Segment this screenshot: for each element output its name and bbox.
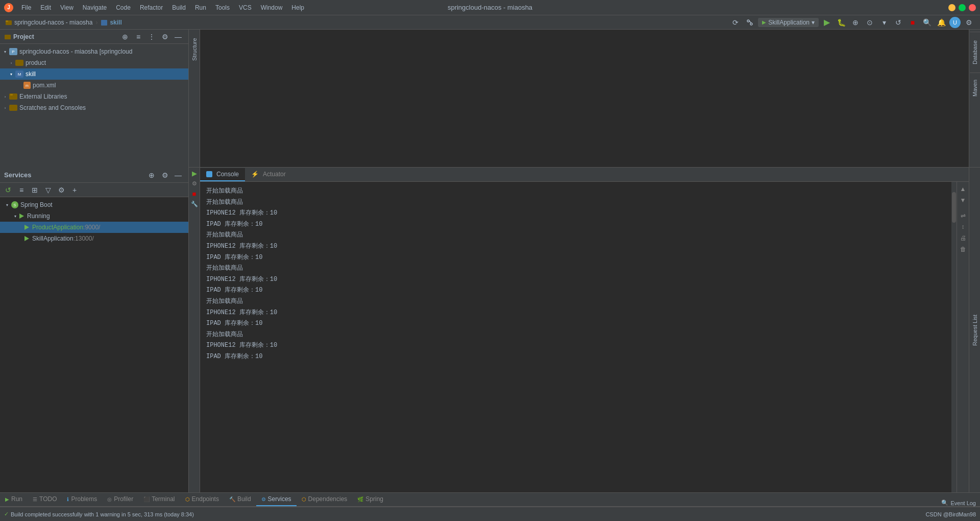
request-list-tab[interactable]: Request List (970, 168, 980, 492)
console-right-controls: ▲ ▼ ⇌ ↕ 🖨 🗑 (957, 182, 969, 492)
services-settings-btn[interactable]: ⚙ (159, 169, 171, 181)
console-scrollbar[interactable] (951, 182, 957, 492)
breadcrumb-project[interactable]: springcloud-nacos - miaosha (5, 19, 92, 26)
close-button[interactable] (969, 4, 976, 11)
database-tab[interactable]: Database (970, 32, 980, 73)
settings-button[interactable]: ⚙ (963, 16, 975, 29)
git-button[interactable] (744, 16, 756, 29)
bottom-tab-build[interactable]: 🔨 Build (224, 493, 256, 506)
breadcrumb-current[interactable]: skill (101, 19, 121, 26)
spring-boot-item[interactable]: ▾ S Spring Boot (0, 199, 188, 210)
project-tree: ▾ P springcloud-nacos - miaosha [springc… (0, 44, 188, 168)
scroll-up-btn[interactable]: ▲ (958, 184, 968, 194)
spring-boot-label: Spring Boot (20, 201, 53, 208)
menu-window[interactable]: Window (257, 3, 287, 12)
clear-console-btn[interactable]: 🗑 (958, 244, 968, 254)
wrap-text-btn[interactable]: ⇌ (958, 210, 968, 221)
bottom-tab-services[interactable]: ⚙ Services (256, 493, 297, 506)
services-refresh-btn[interactable]: ↺ (2, 184, 14, 196)
tree-extlibs-label: External Libraries (19, 93, 67, 100)
bottom-tab-profiler[interactable]: ◎ Profiler (102, 493, 138, 506)
menu-vcs[interactable]: VCS (235, 3, 256, 12)
bottom-tab-endpoints[interactable]: ⬡ Endpoints (180, 493, 224, 506)
window-title: springcloud-nacos - miaosha (448, 4, 532, 11)
svg-point-3 (747, 20, 749, 22)
menu-file[interactable]: File (17, 3, 35, 12)
services-config-btn[interactable]: ⚙ (55, 184, 67, 196)
debug-button[interactable]: 🐛 (835, 16, 847, 29)
run-button[interactable]: ▶ (821, 16, 833, 29)
run-service-btn[interactable]: ▶ (190, 169, 199, 178)
soft-wrap-btn[interactable]: ↕ (958, 222, 968, 232)
profile-button[interactable]: ⊙ (864, 16, 876, 29)
running-label: Running (27, 212, 50, 220)
console-line: IPAD 库存剩余：10 (206, 219, 945, 230)
project-expand[interactable]: ⋮ (145, 31, 158, 43)
menu-code[interactable]: Code (112, 3, 135, 12)
tree-pom-xml[interactable]: m pom.xml (0, 80, 188, 91)
services-header-actions: ⊕ ⚙ — (145, 169, 184, 181)
search-button[interactable]: 🔍 (921, 16, 933, 29)
bottom-tab-dependencies[interactable]: ⬡ Dependencies (297, 493, 353, 506)
bottom-tab-todo[interactable]: ☰ TODO (28, 493, 62, 506)
bottom-tab-problems[interactable]: ℹ Problems (62, 493, 102, 506)
services-close-btn[interactable]: — (172, 169, 184, 181)
tree-skill[interactable]: ▾ M skill (0, 68, 188, 80)
menu-edit[interactable]: Edit (36, 3, 55, 12)
bottom-tab-run[interactable]: ▶ Run (0, 493, 28, 506)
project-collapse[interactable]: ≡ (132, 31, 144, 43)
extlibs-icon (10, 94, 16, 99)
tab-actuator[interactable]: ⚡ Actuator (245, 168, 292, 181)
terminal-tab-icon: ⬛ (143, 496, 150, 502)
project-close[interactable]: — (172, 31, 184, 43)
project-settings[interactable]: ⚙ (159, 31, 171, 43)
project-options[interactable]: ⊕ (119, 31, 131, 43)
bottom-tab-spring[interactable]: 🌿 Spring (352, 493, 388, 506)
services-panel-header: Services ⊕ ⚙ — (0, 168, 188, 183)
scroll-down-btn[interactable]: ▼ (958, 195, 968, 205)
skill-app-item[interactable]: SkillApplication :13000/ (0, 233, 188, 244)
print-btn[interactable]: 🖨 (958, 233, 968, 243)
minimize-button[interactable] (948, 4, 955, 11)
user-avatar[interactable]: U (949, 17, 961, 28)
menu-refactor[interactable]: Refactor (136, 3, 167, 12)
main-editor-area (200, 30, 969, 167)
tree-product[interactable]: › product (0, 57, 188, 68)
event-log-label[interactable]: Event Log (950, 500, 976, 506)
maximize-button[interactable] (959, 4, 966, 11)
menu-tools[interactable]: Tools (211, 3, 234, 12)
services-add-btn[interactable]: + (68, 184, 81, 196)
running-item[interactable]: ▾ Running (0, 210, 188, 222)
rerun-button[interactable]: ↺ (892, 16, 904, 29)
menu-navigate[interactable]: Navigate (79, 3, 111, 12)
wrench-btn[interactable]: 🔧 (190, 199, 199, 208)
git-icon (746, 18, 754, 27)
vcs-update-button[interactable]: ⟳ (729, 16, 742, 29)
tab-console[interactable]: Console (200, 168, 245, 181)
maven-tab[interactable]: Maven (970, 73, 980, 103)
sidebar-structure[interactable]: Structure (189, 32, 200, 67)
tree-root[interactable]: ▾ P springcloud-nacos - miaosha [springc… (0, 46, 188, 57)
run-config-selector[interactable]: ▶ SkillApplication ▾ (758, 18, 819, 27)
tree-scratches[interactable]: › Scratches and Consoles (0, 102, 188, 113)
stop-button[interactable]: ■ (906, 16, 919, 29)
menu-build[interactable]: Build (168, 3, 190, 12)
console-area: Console ⚡ Actuator 开始加载商品开始加载商品IPHONE12 … (200, 168, 969, 492)
tree-external-libs[interactable]: › External Libraries (0, 91, 188, 102)
more-run-options[interactable]: ▾ (878, 16, 890, 29)
service-settings-btn[interactable]: ⚙ (190, 179, 199, 188)
menu-run[interactable]: Run (191, 3, 210, 12)
run-with-coverage[interactable]: ⊕ (849, 16, 862, 29)
menu-help[interactable]: Help (287, 3, 308, 12)
menu-view[interactable]: View (56, 3, 78, 12)
bottom-tab-terminal[interactable]: ⬛ Terminal (138, 493, 180, 506)
services-expand-btn[interactable]: ⊕ (145, 169, 158, 181)
left-icon-strip: ▶ ⚙ ■ 🔧 (189, 168, 200, 492)
stop-service-btn[interactable]: ■ (190, 189, 199, 198)
services-filter-btn[interactable]: ▽ (42, 184, 54, 196)
services-collapse-all[interactable]: ≡ (15, 184, 28, 196)
services-group-btn[interactable]: ⊞ (29, 184, 41, 196)
console-scroll-thumb[interactable] (952, 192, 956, 223)
product-app-item[interactable]: ProductApplication :9000/ (0, 222, 188, 233)
notifications-button[interactable]: 🔔 (935, 16, 947, 29)
